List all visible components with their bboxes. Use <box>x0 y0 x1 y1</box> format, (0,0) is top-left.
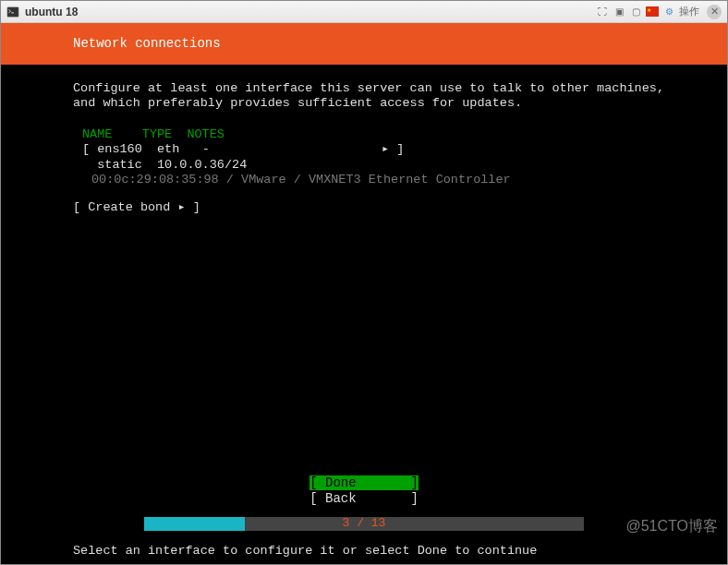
chevron-right-icon: ▸ <box>382 142 389 156</box>
interface-row[interactable]: [ ens160 eth - ▸ ] <box>82 142 672 157</box>
iface-notes: - <box>202 142 210 156</box>
bottom-area: [ Done ] [ Back ] 3 / 13 Select an inter… <box>1 475 727 564</box>
console: Network connections Configure at least o… <box>1 23 727 564</box>
hint-text: Select an interface to configure it or s… <box>1 533 727 564</box>
iface-mode: static <box>97 158 142 172</box>
done-button[interactable]: [ Done ] <box>309 475 419 490</box>
iface-type: eth <box>157 142 179 156</box>
vm-window: ubuntu 18 ⛶ ▣ ▢ ⚙ 操作 ✕ Network connectio… <box>0 0 728 565</box>
col-notes: NOTES <box>187 127 224 141</box>
interface-table: NAME TYPE NOTES [ ens160 eth - ▸ ] stati… <box>82 127 672 187</box>
svg-rect-0 <box>7 6 18 17</box>
flag-icon[interactable] <box>646 6 659 18</box>
screen3-icon[interactable]: ▢ <box>629 6 642 18</box>
create-bond-button[interactable]: [ Create bond ▸ ] <box>73 200 672 215</box>
progress-row: 3 / 13 <box>1 516 727 533</box>
iface-address: 10.0.0.36/24 <box>157 158 247 172</box>
terminal-icon <box>6 6 19 18</box>
back-button[interactable]: [ Back ] <box>309 491 419 506</box>
close-icon[interactable]: ✕ <box>707 5 722 19</box>
page-title: Network connections <box>1 23 727 65</box>
interface-hardware: 00:0c:29:08:35:98 / VMware / VMXNET3 Eth… <box>91 173 672 187</box>
screen-icon[interactable]: ⛶ <box>596 6 609 18</box>
chevron-right-icon: ▸ <box>177 200 185 214</box>
window-title: ubuntu 18 <box>25 6 596 18</box>
progress-text: 3 / 13 <box>1 516 727 531</box>
gear-icon[interactable]: ⚙ <box>662 6 675 18</box>
action-buttons: [ Done ] [ Back ] <box>1 475 727 507</box>
iface-name: ens160 <box>97 142 142 156</box>
description-text: Configure at least one interface this se… <box>73 81 672 111</box>
titlebar-controls: ⛶ ▣ ▢ ⚙ 操作 ✕ <box>596 5 722 19</box>
content-area: Configure at least one interface this se… <box>1 65 727 215</box>
interface-address-row: static 10.0.0.36/24 <box>82 158 672 173</box>
watermark: @51CTO博客 <box>625 517 718 536</box>
action-label[interactable]: 操作 <box>679 5 699 18</box>
col-name: NAME <box>82 127 112 141</box>
table-header-row: NAME TYPE NOTES <box>82 127 672 142</box>
screen2-icon[interactable]: ▣ <box>613 6 625 18</box>
col-type: TYPE <box>142 127 172 141</box>
titlebar[interactable]: ubuntu 18 ⛶ ▣ ▢ ⚙ 操作 ✕ <box>1 1 727 23</box>
